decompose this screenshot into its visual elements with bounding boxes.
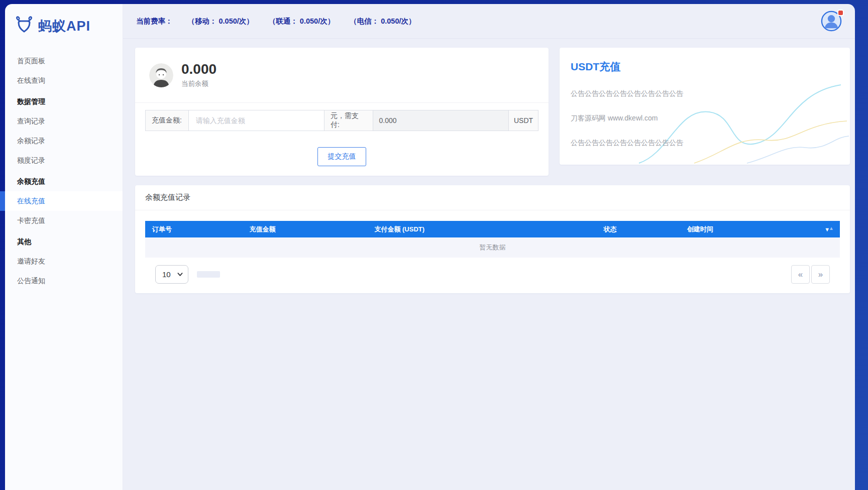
sidebar-item-online-recharge[interactable]: 在线充值 bbox=[5, 191, 123, 211]
pagination-bar: 10 « » bbox=[155, 265, 830, 284]
sidebar-item-home[interactable]: 首页面板 bbox=[5, 51, 123, 71]
usdt-recharge-panel: USDT充值 公告公告公告公告公告公告公告公告 刀客源码网 www.dkewl.… bbox=[560, 48, 850, 165]
rate-mobile: （移动： 0.050/次） bbox=[188, 17, 254, 26]
current-rates: 当前费率： （移动： 0.050/次） （联通： 0.050/次） （电信： 0… bbox=[136, 17, 416, 26]
page-info-placeholder bbox=[197, 271, 220, 278]
person-avatar-icon bbox=[149, 63, 173, 87]
main-area: 当前费率： （移动： 0.050/次） （联通： 0.050/次） （电信： 0… bbox=[123, 4, 855, 490]
page-size-value: 10 bbox=[162, 270, 171, 279]
prev-page-button[interactable]: « bbox=[791, 265, 810, 284]
sort-asc-icon: ▲ bbox=[829, 225, 834, 231]
ant-logo-icon bbox=[14, 16, 34, 36]
pay-amount-label: 元，需支付: bbox=[324, 110, 373, 131]
sidebar-item-card-recharge[interactable]: 卡密充值 bbox=[5, 211, 123, 230]
sidebar-nav: 首页面板 在线查询 数据管理 查询记录 余额记录 额度记录 余额充值 在线充值 … bbox=[5, 47, 123, 291]
sidebar-item-query-records[interactable]: 查询记录 bbox=[5, 111, 123, 131]
current-balance-value: 0.000 bbox=[181, 62, 216, 77]
sidebar-item-balance-records[interactable]: 余额记录 bbox=[5, 131, 123, 151]
usdt-panel-title: USDT充值 bbox=[571, 60, 839, 74]
table-empty-row: 暂无数据 bbox=[145, 237, 840, 258]
topbar: 当前费率： （移动： 0.050/次） （联通： 0.050/次） （电信： 0… bbox=[123, 4, 855, 39]
currency-suffix: USDT bbox=[508, 110, 538, 131]
announcement-line: 刀客源码网 www.dkewl.com bbox=[571, 114, 839, 123]
recharge-amount-label: 充值金额: bbox=[145, 110, 189, 131]
sidebar-item-quota-records[interactable]: 额度记录 bbox=[5, 151, 123, 170]
col-created-time: 创建时间 bbox=[687, 225, 840, 234]
rate-label: 当前费率： bbox=[136, 17, 173, 26]
col-status: 状态 bbox=[604, 225, 687, 234]
recharge-amount-input[interactable] bbox=[189, 110, 324, 131]
sidebar-item-online-query[interactable]: 在线查询 bbox=[5, 71, 123, 90]
sidebar-section-other: 其他 bbox=[5, 232, 123, 252]
rate-unicom: （联通： 0.050/次） bbox=[269, 17, 335, 26]
submit-recharge-button[interactable]: 提交充值 bbox=[317, 147, 366, 166]
balance-avatar bbox=[149, 63, 173, 87]
table-header-row: 订单号 充值金额 支付金额 (USDT) 状态 创建时间 ▼ ▲ bbox=[145, 221, 840, 237]
sidebar-item-invite-friends[interactable]: 邀请好友 bbox=[5, 252, 123, 271]
page-size-select[interactable]: 10 bbox=[155, 265, 188, 284]
announcement-line: 公告公告公告公告公告公告公告公告 bbox=[571, 139, 839, 148]
column-filter-icon[interactable]: ▼ ▲ bbox=[824, 221, 834, 237]
announcement-line: 公告公告公告公告公告公告公告公告 bbox=[571, 89, 839, 98]
next-page-button[interactable]: » bbox=[811, 265, 830, 284]
sidebar-item-announcements[interactable]: 公告通知 bbox=[5, 271, 123, 291]
notification-badge bbox=[837, 10, 844, 16]
pay-amount-value: 0.000 bbox=[373, 110, 509, 131]
current-balance-label: 当前余额 bbox=[181, 79, 216, 88]
col-recharge-amount: 充值金额 bbox=[249, 225, 374, 234]
records-table: 订单号 充值金额 支付金额 (USDT) 状态 创建时间 ▼ ▲ 暂无数据 bbox=[135, 210, 850, 284]
app-title: 蚂蚁API bbox=[38, 17, 90, 35]
app-window: 蚂蚁API 首页面板 在线查询 数据管理 查询记录 余额记录 额度记录 余额充值… bbox=[5, 4, 855, 490]
col-order-id: 订单号 bbox=[145, 225, 249, 234]
rate-telecom: （电信： 0.050/次） bbox=[350, 17, 415, 26]
sidebar-section-data-management: 数据管理 bbox=[5, 92, 123, 111]
col-pay-amount-usdt: 支付金额 (USDT) bbox=[374, 225, 603, 234]
empty-state-text: 暂无数据 bbox=[480, 243, 506, 252]
user-avatar[interactable] bbox=[821, 11, 842, 32]
recharge-form: 充值金额: 元，需支付: 0.000 USDT bbox=[145, 110, 538, 131]
chevron-down-icon bbox=[177, 272, 183, 277]
sidebar: 蚂蚁API 首页面板 在线查询 数据管理 查询记录 余额记录 额度记录 余额充值… bbox=[5, 4, 123, 490]
page-content: 0.000 当前余额 充值金额: 元，需支付: 0.000 USDT bbox=[123, 39, 855, 293]
recharge-records-card: 余额充值记录 订单号 充值金额 支付金额 (USDT) 状态 创建时间 ▼ ▲ bbox=[135, 185, 850, 293]
balance-card: 0.000 当前余额 充值金额: 元，需支付: 0.000 USDT bbox=[135, 48, 549, 176]
sidebar-section-balance-recharge: 余额充值 bbox=[5, 172, 123, 191]
app-logo[interactable]: 蚂蚁API bbox=[5, 4, 123, 47]
records-title: 余额充值记录 bbox=[145, 193, 190, 202]
